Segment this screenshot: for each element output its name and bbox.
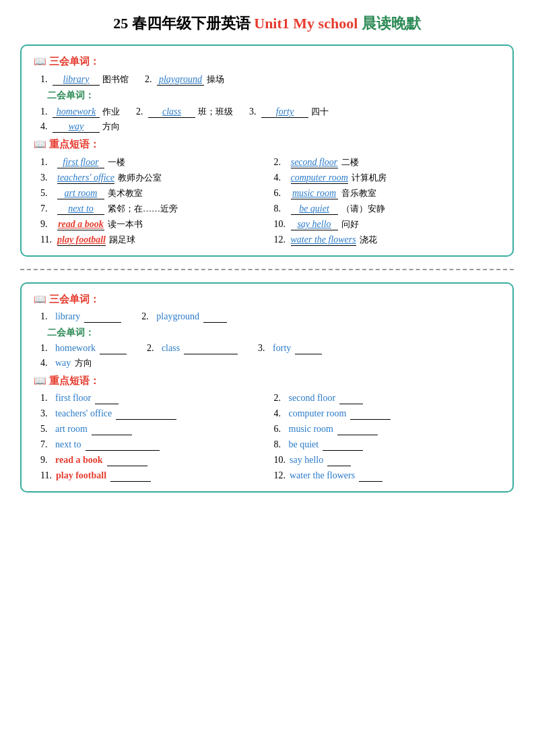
list-item: 10. say hello 问好 (274, 218, 501, 230)
title-suffix: 晨读晚默 (358, 15, 421, 32)
list-item: 3. forty 四十 (249, 106, 329, 118)
list-item: 10. say hello (274, 455, 501, 466)
dashed-divider (20, 269, 514, 270)
section2-phrases-grid: 1. first floor 2. second floor 3. teache… (40, 393, 500, 482)
list-item: 2. second floor (274, 393, 501, 404)
list-item: 1. homework (40, 343, 127, 354)
list-item: 2. class 班；班级 (136, 106, 233, 118)
list-item: 1. library (40, 311, 121, 323)
list-item: 8. be quiet (274, 439, 501, 451)
section2-box: 📖 三会单词： 1. library 2. playground 二会单词： 1… (20, 282, 514, 493)
list-item: 5. art room 美术教室 (40, 187, 267, 199)
list-item: 2. playground (141, 311, 227, 323)
section1-phrases-grid: 1. first floor 一楼 2. second floor 二楼 3. … (40, 156, 500, 246)
list-item: 11. play football 踢足球 (40, 234, 267, 246)
list-item: 12. water the flowers (274, 470, 501, 482)
list-item: 4. way 方向 (40, 357, 92, 369)
list-item: 3. teachers' office 教师办公室 (40, 172, 267, 184)
section2-san-words-row: 1. library 2. playground (40, 311, 500, 323)
section1-er-words-row1: 1. homework 作业 2. class 班；班级 3. forty 四十 (40, 106, 500, 118)
section1-san-words-row: 1. library 图书馆 2. playground 操场 (40, 73, 500, 86)
list-item: 2. class (147, 343, 238, 354)
list-item: 1. first floor (40, 393, 267, 404)
list-item: 2. playground 操场 (145, 73, 224, 86)
list-item: 3. teachers' office (40, 408, 267, 420)
list-item: 6. music room (274, 424, 501, 435)
list-item: 8. be quiet （请）安静 (274, 203, 501, 215)
list-item: 7. next to (40, 439, 267, 451)
section2-phrases-header: 📖 重点短语： (34, 375, 500, 387)
list-item: 4. computer room 计算机房 (274, 172, 501, 184)
page-title: 25 春四年级下册英语 Unit1 My school 晨读晚默 (20, 13, 514, 34)
list-item: 1. homework 作业 (40, 106, 120, 118)
list-item: 7. next to 紧邻；在……近旁 (40, 203, 267, 215)
list-item: 12. water the flowers 浇花 (274, 234, 501, 246)
title-prefix: 25 春四年级下册英语 (113, 15, 254, 32)
list-item: 4. way 方向 (40, 121, 120, 133)
list-item: 4. computer room (274, 408, 501, 420)
title-unit: Unit1 My school (254, 15, 358, 32)
list-item: 1. library 图书馆 (40, 73, 129, 86)
list-item: 1. first floor 一楼 (40, 156, 267, 168)
list-item: 9. read a book (40, 455, 267, 466)
section2-san-header: 📖 三会单词： (34, 293, 500, 306)
section2-er-words-row1: 1. homework 2. class 3. forty (40, 343, 500, 354)
section1-er-words-row2: 4. way 方向 (40, 121, 500, 133)
section1-box: 📖 三会单词： 1. library 图书馆 2. playground 操场 … (20, 44, 514, 257)
list-item: 11. play football (40, 470, 267, 482)
section1-er-header: 二会单词： (47, 90, 500, 102)
list-item: 3. forty (258, 343, 322, 354)
list-item: 9. read a book 读一本书 (40, 218, 267, 230)
list-item: 5. art room (40, 424, 267, 435)
list-item: 6. music room 音乐教室 (274, 187, 501, 199)
list-item: 2. second floor 二楼 (274, 156, 501, 168)
section1-phrases-header: 📖 重点短语： (34, 138, 500, 151)
section1-san-header: 📖 三会单词： (34, 55, 500, 68)
section2-er-words-row2: 4. way 方向 (40, 357, 500, 369)
section2-er-header: 二会单词： (47, 327, 500, 339)
